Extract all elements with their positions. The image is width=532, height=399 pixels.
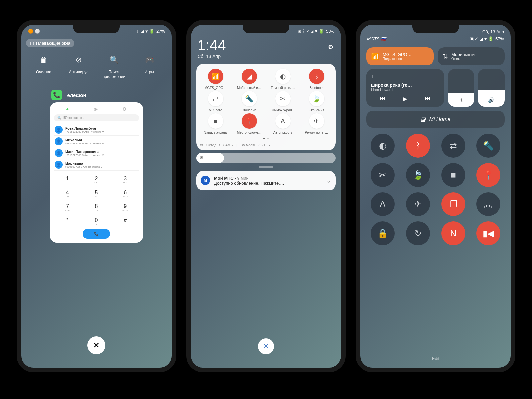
wifi-tile[interactable]: 📶 MGTS_GPO…Подключено — [366, 47, 434, 65]
key-2[interactable]: 2ABC — [83, 173, 110, 186]
key-*[interactable]: * — [54, 215, 81, 228]
music-note-icon: ♪ — [371, 74, 439, 80]
contact-row[interactable]: 👤Михалыч+7915283629 9 Апр нт ответа V — [54, 136, 139, 147]
notification-card[interactable]: М Мой МТС · 9 мин. Доступно обновление. … — [196, 171, 336, 190]
toggle-Bluetooth[interactable]: ᛒBluetooth — [300, 69, 333, 90]
chevron-down-icon[interactable]: ⌄ — [326, 177, 331, 184]
avatar-icon: 👤 — [55, 126, 63, 134]
phone-notification-shade: ▣ ᛒ ✓ ◢ ♥ 🔋 58% 1:44 Сб, 13 Апр ⚙ 📶MGTS_… — [186, 20, 346, 372]
clock: 1:44 Сб, 13 Апр — [191, 36, 341, 59]
key-6[interactable]: 6MNO — [111, 187, 139, 200]
cc-toggle[interactable]: A — [371, 192, 395, 216]
play-button[interactable]: ▶ — [403, 96, 407, 102]
toggle-Снимок экран…[interactable]: ✂Снимок экран… — [266, 91, 300, 112]
toggle-Темный режи…[interactable]: ◐Темный режи… — [266, 69, 300, 90]
close-button[interactable]: ✕ — [87, 336, 105, 354]
cc-toggle[interactable]: 📍 — [476, 163, 500, 187]
prev-track-button[interactable]: ⏮ — [380, 96, 385, 102]
cc-toggle[interactable]: ↻ — [406, 221, 430, 245]
phone-app-card[interactable]: ● ◉ ⚙ 🔍 150 контактов 👤Роза Люксембург+7… — [50, 102, 143, 243]
avatar-icon: 👤 — [55, 149, 63, 157]
wifi-icon: 📶 — [371, 52, 379, 60]
toggle-Фонарик[interactable]: 🔦Фонарик — [232, 91, 266, 112]
bluetooth-icon: ᛒ — [136, 29, 139, 34]
contact-row[interactable]: 👤Маня Папироскина+7915222969 9 Апр нт от… — [54, 147, 139, 159]
key-8[interactable]: 8TUV — [83, 201, 110, 214]
tab-settings[interactable]: ⚙ — [122, 106, 127, 112]
call-button[interactable]: 📞 — [83, 229, 110, 239]
key-5[interactable]: 5JKL — [83, 187, 110, 200]
status-bar: 🟠 ⚪ ᛒ ◢ ♥ 🔋 27% — [21, 25, 172, 36]
mi-home-tile[interactable]: ◪Mi Home — [366, 111, 505, 128]
toggle-Режим полет…[interactable]: ✈Режим полет… — [300, 113, 333, 134]
mobile-data-tile[interactable]: ⇅ МобильныйОткл. — [438, 47, 505, 65]
contact-row[interactable]: 👤Роза Люксембург+7915333859 9 Апр нт отв… — [54, 124, 139, 136]
key-3[interactable]: 3DEF — [111, 173, 139, 186]
cc-toggle[interactable]: ✂ — [371, 163, 395, 187]
phone-app-icon: 📞 — [51, 90, 62, 100]
cc-toggle[interactable]: ⇄ — [441, 134, 465, 158]
media-player-tile[interactable]: ♪ широка река (re… Liam Howard ⏮ ▶ ⏭ — [366, 69, 444, 107]
key-1[interactable]: 1 — [54, 173, 81, 186]
cc-toggle[interactable]: ▮◀ — [476, 221, 500, 245]
tool-Очистка[interactable]: 🗑Очистка — [30, 53, 57, 79]
tab-contacts[interactable]: ◉ — [94, 106, 98, 112]
cc-toggle[interactable]: ✈ — [406, 192, 430, 216]
toggle-Автояркость[interactable]: AАвтояркость — [266, 113, 300, 134]
notif-app-icon: М — [201, 176, 210, 185]
cc-toggle[interactable]: 🍃 — [406, 163, 430, 187]
volume-slider[interactable]: 🔊 — [478, 69, 505, 107]
tab-calls[interactable]: ● — [66, 106, 69, 112]
toggle-Mi Share[interactable]: ⇄Mi Share — [199, 91, 232, 112]
brightness-slider[interactable]: ☀ — [448, 69, 474, 107]
search-contacts[interactable]: 🔍 150 контактов — [54, 114, 139, 121]
settings-gear-icon[interactable]: ⚙ — [328, 43, 333, 51]
toggle-Мобильный и…[interactable]: ◢Мобильный и… — [232, 69, 266, 90]
data-usage[interactable]: ⊚Сегодня: 7,4МБ|За месяц: 3,21ГБ — [200, 143, 332, 147]
avatar-icon: 👤 — [55, 161, 63, 169]
tool-Игры[interactable]: 🎮Игры — [136, 53, 163, 79]
avatar-icon: 👤 — [55, 137, 63, 145]
cc-toggle[interactable]: ◐ — [371, 134, 395, 158]
next-track-button[interactable]: ⏭ — [425, 96, 430, 102]
toggle-Запись экрана[interactable]: ■Запись экрана — [199, 113, 232, 134]
cc-toggle[interactable]: ᛒ — [406, 134, 430, 158]
cc-toggle[interactable]: ■ — [441, 163, 465, 187]
mi-home-icon: ◪ — [421, 116, 426, 122]
toggle-Экономия[interactable]: 🍃Экономия — [300, 91, 333, 112]
toggle-Местоположе…[interactable]: 📍Местоположе… — [232, 113, 266, 134]
toggle-MGTS_GPO…[interactable]: 📶MGTS_GPO… — [199, 69, 232, 90]
tool-Поиск приложений[interactable]: 🔍Поиск приложений — [101, 53, 127, 79]
page-indicator — [199, 138, 333, 139]
key-7[interactable]: 7PQRS — [54, 201, 81, 214]
contact-row[interactable]: 👤Маривана8999668782 9 Апр нт ответа V — [54, 159, 139, 171]
cc-toggle[interactable]: 🔒 — [371, 221, 395, 245]
status-bar: Сб, 13 Апр — [360, 25, 511, 36]
edit-button[interactable]: Edit — [432, 356, 439, 361]
cc-toggle[interactable]: ︽ — [476, 192, 500, 216]
status-bar: ▣ ᛒ ✓ ◢ ♥ 🔋 58% — [191, 25, 341, 36]
cc-toggle[interactable]: N — [441, 221, 465, 245]
cc-toggle[interactable]: 🔦 — [476, 134, 500, 158]
key-0[interactable]: 0+ — [83, 215, 110, 228]
cc-toggle[interactable]: ❐ — [441, 192, 465, 216]
key-4[interactable]: 4GHI — [54, 187, 81, 200]
phone-control-center: Сб, 13 Апр MGTS 🇷🇺 ▣ ✓ ◢ ♥ 🔋 57% 📶 MGTS_… — [356, 20, 515, 372]
tool-Антивирус[interactable]: ⊘Антивирус — [66, 53, 92, 79]
floating-windows-pill[interactable]: ▢ Плавающие окна — [26, 39, 74, 47]
drag-handle[interactable] — [259, 166, 273, 168]
key-#[interactable]: # — [111, 215, 139, 228]
brightness-slider[interactable] — [196, 153, 336, 163]
quick-settings-panel: 📶MGTS_GPO…◢Мобильный и…◐Темный режи…ᛒBlu… — [196, 64, 336, 150]
clear-all-button[interactable]: ✕ — [258, 338, 274, 354]
key-9[interactable]: 9WXYZ — [111, 201, 139, 214]
app-card-label: 📞 Телефон — [51, 90, 172, 100]
phone-recents: 🟠 ⚪ ᛒ ◢ ♥ 🔋 27% ▢ Плавающие окна 🗑Очистк… — [17, 20, 176, 372]
mobile-data-icon: ⇅ — [442, 52, 448, 60]
